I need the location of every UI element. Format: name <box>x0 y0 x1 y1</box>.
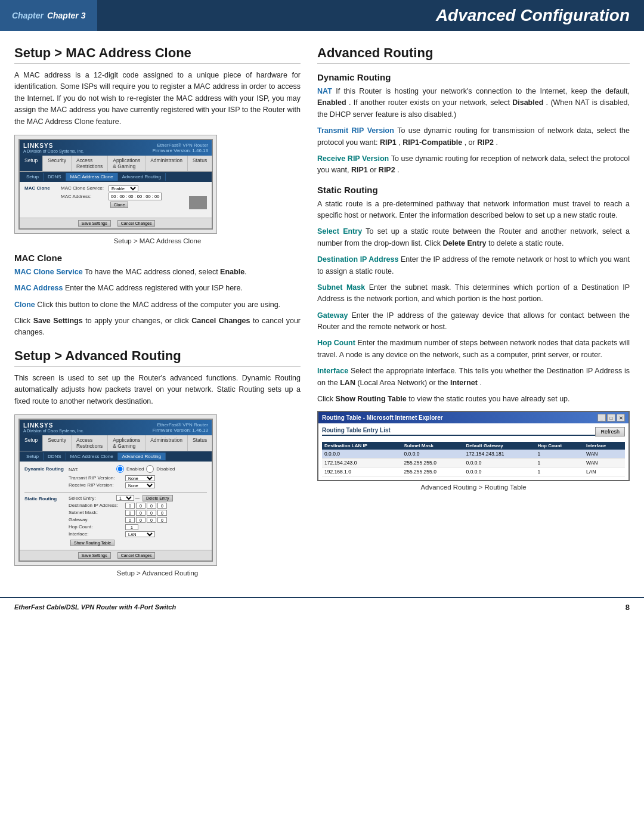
nav-security[interactable]: Security <box>43 156 72 171</box>
adv-nav-admin[interactable]: Administration <box>145 435 188 451</box>
term-select-entry: Select Entry <box>317 227 362 236</box>
receive-rip-select[interactable]: None <box>125 482 155 488</box>
row1-hops: 1 <box>535 450 584 459</box>
dest-ip-box2[interactable]: 0 <box>136 503 145 509</box>
adv-tab-ddns[interactable]: DDNS <box>44 453 66 460</box>
save-settings-btn-adv[interactable]: Save Settings <box>78 552 111 559</box>
row3-gw: 0.0.0.0 <box>464 467 535 476</box>
tab-mac-clone[interactable]: MAC Address Clone <box>66 173 118 181</box>
tab-ddns[interactable]: DDNS <box>44 173 66 181</box>
nat-enabled-radio[interactable] <box>116 465 124 473</box>
linksys-adv-header: LINKSYS A Division of Cisco Systems, Inc… <box>20 420 212 435</box>
select-entry-para: Select Entry To set up a static route be… <box>317 226 630 249</box>
adv-tab-routing[interactable]: Advanced Routing <box>118 453 166 460</box>
cancel-changes-btn-adv[interactable]: Cancel Changes <box>117 552 156 559</box>
hop-count-box[interactable]: 1 <box>125 524 138 530</box>
tab-setup[interactable]: Setup <box>22 173 44 181</box>
adv-nav-status[interactable]: Status <box>188 435 212 451</box>
rt-entry-list-label: Routing Table Entry List <box>322 427 625 436</box>
static-routing-heading: Static Routing <box>317 185 630 195</box>
linksys-adv-logo: LINKSYS <box>23 422 84 429</box>
row3-dest: 192.168.1.0 <box>322 467 402 476</box>
transmit-rip-select[interactable]: None <box>125 475 155 481</box>
nav-apps[interactable]: Applications & Gaming <box>108 156 145 171</box>
col-dest-lan: Destination LAN IP <box>322 442 402 450</box>
cancel-changes-bold: Cancel Changes <box>191 317 250 325</box>
table-row[interactable]: 192.168.1.0 255.255.255.0 0.0.0.0 1 LAN <box>322 467 625 476</box>
linksys-adv-ui: LINKSYS A Division of Cisco Systems, Inc… <box>18 419 213 562</box>
nav-admin[interactable]: Administration <box>145 156 188 171</box>
mac-clone-caption: Setup > MAC Address Clone <box>14 237 301 244</box>
col-subnet: Subnet Mask <box>402 442 464 450</box>
linksys-mac-subtitle: A Division of Cisco Systems, Inc. <box>23 149 84 153</box>
gw-box4[interactable]: 0 <box>157 517 167 523</box>
dest-ip-box3[interactable]: 0 <box>147 503 156 509</box>
adv-right-content: NAT: Enabled Disabled Transmit RIP Versi… <box>69 465 207 490</box>
gateway-text: Enter the IP address of the gateway devi… <box>317 311 630 331</box>
rip2: RIP2 <box>477 138 494 147</box>
nat-disabled-radio[interactable] <box>146 465 154 473</box>
show-routing-table-btn[interactable]: Show Routing Table <box>70 540 114 546</box>
subnet-box3[interactable]: 0 <box>147 510 156 516</box>
adv-nav-security[interactable]: Security <box>43 435 72 451</box>
rt-maximize-btn[interactable]: □ <box>607 414 615 422</box>
adv-routing-screenshot: LINKSYS A Division of Cisco Systems, Inc… <box>14 414 217 566</box>
gw-box3[interactable]: 0 <box>147 517 156 523</box>
adv-nav-access[interactable]: Access Restrictions <box>72 435 108 451</box>
adv-tab-mac[interactable]: MAC Address Clone <box>66 453 118 460</box>
subnet-box1[interactable]: 0 <box>125 510 135 516</box>
nav-access[interactable]: Access Restrictions <box>72 156 108 171</box>
static-right: Select Entry: 1 — Delete Entry Destinati… <box>69 495 207 546</box>
term-clone: Clone <box>14 301 35 309</box>
linksys-mac-ui: LINKSYS A Division of Cisco Systems, Inc… <box>18 139 213 230</box>
cancel-changes-btn-mac[interactable]: Cancel Changes <box>117 220 156 227</box>
rt-window-title: Routing Table - Microsoft Internet Explo… <box>322 414 443 421</box>
mac-clone-service-para: MAC Clone Service To have the MAC addres… <box>14 267 301 278</box>
adv-tab-setup[interactable]: Setup <box>22 453 44 460</box>
routing-table-caption: Advanced Routing > Routing Table <box>317 484 630 491</box>
clone-button[interactable]: Clone <box>110 202 128 208</box>
mac-service-select[interactable]: Enable <box>109 185 138 191</box>
rt-refresh-btn[interactable]: Refresh <box>595 427 625 436</box>
dest-ip-box4[interactable]: 0 <box>157 503 167 509</box>
footer-left-text: EtherFast Cable/DSL VPN Router with 4-Po… <box>14 603 176 611</box>
adv-nav-apps[interactable]: Applications & Gaming <box>108 435 145 451</box>
dest-ip-box1[interactable]: 0 <box>125 503 135 509</box>
term-transmit-rip: Transmit RIP Version <box>317 126 394 135</box>
gw-box2[interactable]: 0 <box>136 517 145 523</box>
linksys-mac-section-label: MAC Clone <box>24 185 57 209</box>
adv-routing-caption: Setup > Advanced Routing <box>14 569 301 577</box>
nav-setup[interactable]: Setup <box>20 156 43 171</box>
subnet-box2[interactable]: 0 <box>136 510 145 516</box>
select-entry-select[interactable]: 1 <box>116 495 134 501</box>
receive-rip-sep: or <box>370 166 379 174</box>
gw-box1[interactable]: 0 <box>125 517 135 523</box>
table-row[interactable]: 0.0.0.0 0.0.0.0 172.154.243.181 1 WAN <box>322 450 625 459</box>
save-settings-btn-mac[interactable]: Save Settings <box>78 220 111 227</box>
select-entry-trail: to delete a static route. <box>488 239 564 247</box>
nat-enabled-bold: Enabled <box>317 98 346 107</box>
rt-minimize-btn[interactable]: _ <box>597 414 606 422</box>
table-row[interactable]: 172.154.243.0 255.255.255.0 0.0.0.0 1 WA… <box>322 459 625 467</box>
subnet-box4[interactable]: 0 <box>157 510 167 516</box>
dest-ip-boxes: 0 0 0 0 <box>125 503 167 509</box>
delete-entry-bold: Delete Entry <box>443 239 487 247</box>
page-title: Advanced Configuration <box>436 6 630 25</box>
interface-select[interactable]: LAN <box>125 531 155 537</box>
adv-two-col: Dynamic Routing NAT: Enabled Disabled <box>24 465 207 490</box>
adv-routing-heading: Setup > Advanced Routing <box>14 348 301 367</box>
nat-radios: Enabled Disabled <box>116 465 175 473</box>
delete-entry-btn[interactable]: Delete Entry <box>143 495 173 501</box>
rt-close-btn[interactable]: ✕ <box>617 414 625 422</box>
linksys-mac-firmware: Firmware Version: 1.46.13 <box>153 148 208 153</box>
tab-adv-routing[interactable]: Advanced Routing <box>118 173 166 181</box>
rt-thead: Destination LAN IP Subnet Mask Default G… <box>322 442 625 450</box>
save-image-placeholder <box>189 196 207 209</box>
row3-iface: LAN <box>584 467 625 476</box>
nat-disabled-bold: Disabled <box>512 98 543 107</box>
transmit-rip-row: Transmit RIP Version: None <box>69 475 207 481</box>
adv-nav-setup[interactable]: Setup <box>20 435 43 451</box>
term-interface: Interface <box>317 367 348 375</box>
nav-status[interactable]: Status <box>188 156 212 171</box>
page-header: Chapter Chapter 3 Advanced Configuration <box>0 0 644 31</box>
